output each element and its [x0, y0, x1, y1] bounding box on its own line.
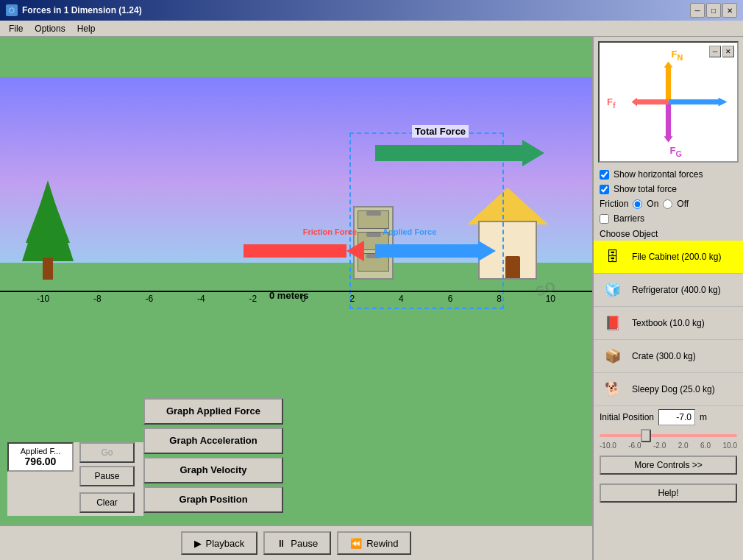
close-button[interactable]: ✕	[722, 3, 737, 18]
object-item-2[interactable]: 📕 Textbook (10.0 kg)	[594, 307, 743, 340]
num-4: 4	[399, 294, 404, 304]
position-slider-track[interactable]	[600, 434, 737, 437]
show-horizontal-label[interactable]: Show horizontal forces	[614, 169, 703, 180]
friction-force-head	[346, 241, 364, 261]
go-button[interactable]: Go	[79, 442, 135, 463]
tree-trunk	[43, 258, 53, 280]
total-force-line	[375, 145, 522, 161]
num-2: 2	[350, 294, 355, 304]
tree-object	[22, 184, 74, 280]
graph-velocity-button[interactable]: Graph Velocity	[143, 457, 283, 483]
fd-arrow-applied	[669, 98, 728, 107]
show-total-checkbox[interactable]	[600, 185, 609, 194]
object-icon-1: 🧊	[600, 278, 626, 302]
menu-file[interactable]: File	[3, 22, 29, 35]
graph-acceleration-button[interactable]: Graph Acceleration	[143, 428, 283, 454]
pause-playback-button[interactable]: ⏸ Pause	[263, 531, 331, 555]
barriers-row: Barriers	[594, 211, 743, 226]
friction-off-label[interactable]: Off	[677, 199, 689, 209]
barriers-label[interactable]: Barriers	[614, 213, 644, 224]
applied-force-value: 796.00	[15, 456, 66, 467]
applied-force-label: Applied Force	[383, 227, 436, 236]
help-button[interactable]: Help!	[600, 483, 737, 503]
house-object	[467, 191, 548, 280]
cabinet-handle-1	[366, 211, 381, 216]
menu-bar: File Options Help	[0, 21, 743, 37]
slider-label-4: 6.0	[700, 442, 711, 450]
applied-force-label-text: Applied F...	[15, 447, 66, 456]
total-force-label: Total Force	[412, 125, 469, 138]
object-item-3[interactable]: 📦 Crate (300.0 kg)	[594, 340, 743, 373]
clear-button[interactable]: Clear	[79, 492, 135, 513]
rewind-button[interactable]: ⏪ Rewind	[337, 531, 411, 555]
menu-help[interactable]: Help	[71, 22, 102, 35]
fd-label-FG: FG	[670, 145, 682, 158]
rewind-icon: ⏪	[350, 538, 362, 549]
applied-force-arrow: Applied Force	[375, 241, 496, 261]
right-panel: ─ ✕ FN FG Ff Show horizontal forces	[592, 37, 743, 560]
friction-off-radio[interactable]	[663, 199, 672, 209]
applied-force-line	[375, 244, 478, 258]
menu-options[interactable]: Options	[29, 22, 71, 35]
fd-close-btn[interactable]: ✕	[722, 46, 734, 57]
fd-label-Ff-sub: f	[613, 100, 616, 109]
applied-force-head	[478, 241, 496, 261]
object-icon-4: 🐕	[600, 378, 626, 401]
num--8: -8	[93, 294, 102, 304]
fd-arrow-normal	[664, 62, 673, 102]
simulation-area: Total Force Applied Force Friction Force…	[0, 37, 592, 560]
friction-force-label: Friction Force	[303, 227, 357, 236]
object-name-2: Textbook (10.0 kg)	[632, 318, 705, 328]
graph-position-button[interactable]: Graph Position	[143, 486, 283, 513]
fd-minimize-btn[interactable]: ─	[709, 46, 721, 57]
show-horizontal-checkbox[interactable]	[600, 170, 609, 180]
object-name-4: Sleepy Dog (25.0 kg)	[632, 384, 715, 394]
object-name-0: File Cabinet (200.0 kg)	[632, 252, 721, 262]
choose-object-label: Choose Object	[594, 226, 743, 241]
num--6: -6	[146, 294, 154, 304]
slider-label-5: 10.0	[723, 442, 737, 450]
num--2: -2	[249, 294, 257, 304]
show-total-label[interactable]: Show total force	[614, 184, 677, 194]
friction-on-radio[interactable]	[633, 199, 642, 209]
restore-button[interactable]: □	[706, 3, 721, 18]
title-bar: ⬡ Forces in 1 Dimension (1.24) ─ □ ✕	[0, 0, 743, 21]
fd-label-N-sub: N	[677, 53, 683, 62]
slider-label-3: 2.0	[678, 442, 689, 450]
rewind-label: Rewind	[366, 538, 398, 549]
total-force-head	[522, 140, 544, 166]
object-item-1[interactable]: 🧊 Refrigerator (400.0 kg)	[594, 274, 743, 307]
pause-button[interactable]: Pause	[79, 466, 135, 486]
scene-background: Total Force Applied Force Friction Force…	[0, 77, 592, 342]
friction-on-label[interactable]: On	[647, 199, 658, 209]
more-controls-button[interactable]: More Controls >>	[600, 456, 737, 475]
playback-label: Playback	[206, 538, 245, 549]
show-total-row: Show total force	[594, 182, 743, 196]
graph-applied-force-button[interactable]: Graph Applied Force	[143, 398, 283, 425]
pause-label: Pause	[291, 538, 318, 549]
fd-controls[interactable]: ─ ✕	[709, 46, 734, 57]
position-slider-thumb[interactable]	[641, 429, 651, 442]
initial-position-row: Initial Position m	[594, 406, 743, 428]
initial-position-input[interactable]	[658, 409, 695, 425]
object-item-4[interactable]: 🐕 Sleepy Dog (25.0 kg)	[594, 373, 743, 406]
initial-position-unit: m	[700, 412, 707, 422]
barriers-checkbox[interactable]	[600, 214, 609, 224]
object-name-1: Refrigerator (400.0 kg)	[632, 285, 721, 295]
object-name-3: Crate (300.0 kg)	[632, 351, 696, 361]
slider-label-1: -6.0	[628, 442, 641, 450]
cabinet-handle-2	[366, 233, 381, 237]
playback-button[interactable]: ▶ Playback	[181, 531, 258, 555]
window-controls[interactable]: ─ □ ✕	[690, 3, 737, 18]
slider-label-2: -2.0	[653, 442, 666, 450]
minimize-button[interactable]: ─	[690, 3, 705, 18]
pause-icon: ⏸	[277, 538, 286, 549]
friction-force-line	[243, 244, 346, 258]
object-item-0[interactable]: 🗄 File Cabinet (200.0 kg)	[594, 241, 743, 274]
slider-labels: -10.0 -6.0 -2.0 2.0 6.0 10.0	[600, 442, 737, 450]
house-roof	[467, 188, 548, 224]
fd-arrow-gravity	[664, 102, 673, 143]
initial-position-label: Initial Position	[600, 412, 654, 422]
zero-meters-label: 0 meters	[269, 290, 308, 301]
fd-label-Ff: Ff	[607, 96, 616, 110]
